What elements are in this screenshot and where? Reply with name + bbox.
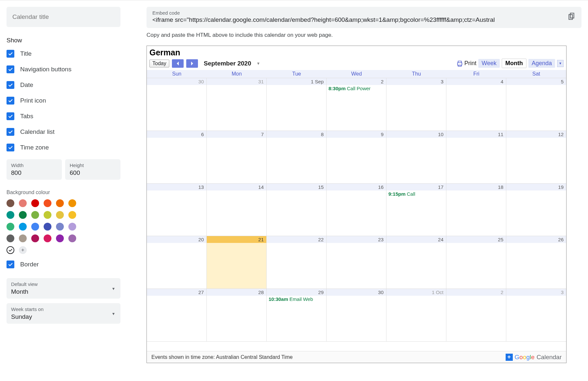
swatch-colour[interactable] xyxy=(56,211,64,219)
swatch-colour[interactable] xyxy=(7,223,14,231)
prev-button[interactable] xyxy=(172,59,184,68)
swatch-colour[interactable] xyxy=(31,199,39,207)
show-label-5: Calendar list xyxy=(20,128,55,135)
calendar-cell[interactable]: 27 xyxy=(147,289,207,342)
calendar-cell[interactable]: 20 xyxy=(147,236,207,289)
tab-month[interactable]: Month xyxy=(502,59,526,68)
swatch-colour[interactable] xyxy=(68,223,76,231)
swatch-colour[interactable] xyxy=(68,199,76,207)
calendar-cell[interactable]: 6 xyxy=(147,131,207,184)
calendar-title-input[interactable] xyxy=(7,7,120,27)
calendar-cell[interactable]: 179:15pmCall xyxy=(386,184,446,236)
next-button[interactable] xyxy=(186,59,198,68)
calendar-cell[interactable]: 5 xyxy=(506,78,566,131)
calendar-event[interactable]: 8:30pmCall Power xyxy=(327,85,386,92)
calendar-cell[interactable]: 30 xyxy=(327,289,386,342)
show-checkbox-0[interactable] xyxy=(7,50,14,58)
calendar-cell[interactable]: 14 xyxy=(207,184,267,236)
swatch-colour[interactable] xyxy=(56,234,64,242)
show-checkbox-1[interactable] xyxy=(7,65,14,73)
swatch-colour[interactable] xyxy=(19,211,27,219)
swatch-colour[interactable] xyxy=(19,234,27,242)
show-checkbox-6[interactable] xyxy=(7,144,14,151)
today-button[interactable]: Today xyxy=(149,60,169,67)
calendar-cell[interactable]: 15 xyxy=(267,184,327,236)
calendar-cell[interactable]: 21 xyxy=(207,236,267,289)
swatch-add-custom[interactable]: + xyxy=(19,246,27,254)
calendar-title: German xyxy=(149,48,564,57)
width-field[interactable]: Width 800 xyxy=(7,159,62,180)
calendar-cell[interactable]: 4 xyxy=(446,78,506,131)
swatch-colour[interactable] xyxy=(19,199,27,207)
calendar-cell[interactable]: 23 xyxy=(327,236,386,289)
month-label[interactable]: September 2020 xyxy=(204,60,251,67)
tab-week[interactable]: Week xyxy=(478,59,500,68)
swatch-colour[interactable] xyxy=(56,223,64,231)
calendar-cell[interactable]: 7 xyxy=(207,131,267,184)
show-checkbox-2[interactable] xyxy=(7,81,14,89)
copy-icon[interactable] xyxy=(567,12,576,22)
calendar-cell[interactable]: 12 xyxy=(506,131,566,184)
calendar-cell[interactable]: 11 xyxy=(446,131,506,184)
calendar-cell[interactable]: 30 xyxy=(147,78,207,131)
bg-colour-label: Background colour xyxy=(7,190,120,195)
show-checkbox-4[interactable] xyxy=(7,112,14,120)
swatch-colour[interactable] xyxy=(7,234,14,242)
calendar-cell[interactable]: 24 xyxy=(386,236,446,289)
calendar-cell[interactable]: 19 xyxy=(506,184,566,236)
print-button[interactable]: Print xyxy=(456,60,476,67)
swatch-colour[interactable] xyxy=(44,234,51,242)
calendar-cell[interactable]: 2910:30amEmail Web xyxy=(267,289,327,342)
swatch-colour[interactable] xyxy=(7,211,14,219)
embed-code-field[interactable]: <iframe src="https://calendar.google.com… xyxy=(152,16,562,23)
date-number: 1 Oct xyxy=(386,289,446,296)
swatch-colour[interactable] xyxy=(31,211,39,219)
day-header: Thu xyxy=(386,70,446,78)
show-heading: Show xyxy=(7,37,120,44)
calendar-event[interactable]: 10:30amEmail Web xyxy=(267,296,326,303)
swatch-colour[interactable] xyxy=(31,234,39,242)
calendar-event[interactable]: 9:15pmCall xyxy=(386,190,446,197)
calendar-cell[interactable]: 13 xyxy=(147,184,207,236)
swatch-colour[interactable] xyxy=(44,223,51,231)
swatch-colour[interactable] xyxy=(44,211,51,219)
calendar-cell[interactable]: 28 xyxy=(207,289,267,342)
calendar-cell[interactable]: 25 xyxy=(446,236,506,289)
swatch-colour[interactable] xyxy=(19,223,27,231)
calendar-cell[interactable]: 16 xyxy=(327,184,386,236)
view-dropdown-icon[interactable]: ▼ xyxy=(557,60,564,67)
border-checkbox[interactable] xyxy=(7,261,14,268)
swatch-colour[interactable] xyxy=(68,234,76,242)
calendar-cell[interactable]: 18 xyxy=(446,184,506,236)
date-number: 10 xyxy=(386,131,446,138)
date-number: 9 xyxy=(327,131,386,138)
calendar-cell[interactable]: 10 xyxy=(386,131,446,184)
calendar-cell[interactable]: 28:30pmCall Power xyxy=(327,78,386,131)
swatch-white-selected[interactable] xyxy=(7,246,14,254)
date-number: 3 xyxy=(386,78,446,85)
swatch-colour[interactable] xyxy=(7,199,14,207)
calendar-cell[interactable]: 26 xyxy=(506,236,566,289)
show-checkbox-5[interactable] xyxy=(7,128,14,136)
google-calendar-link[interactable]: + Google Calendar xyxy=(506,354,562,361)
show-label-2: Date xyxy=(20,81,33,89)
swatch-colour[interactable] xyxy=(56,199,64,207)
calendar-cell[interactable]: 9 xyxy=(327,131,386,184)
tab-agenda[interactable]: Agenda xyxy=(528,59,555,68)
swatch-colour[interactable] xyxy=(31,223,39,231)
default-view-select[interactable]: Default view Month xyxy=(7,278,120,299)
calendar-cell[interactable]: 3 xyxy=(386,78,446,131)
calendar-cell[interactable]: 8 xyxy=(267,131,327,184)
month-dropdown-icon[interactable]: ▼ xyxy=(256,61,260,66)
height-field[interactable]: Height 600 xyxy=(65,159,120,180)
calendar-cell[interactable]: 22 xyxy=(267,236,327,289)
swatch-colour[interactable] xyxy=(68,211,76,219)
swatch-colour[interactable] xyxy=(44,199,51,207)
calendar-cell[interactable]: 2 xyxy=(446,289,506,342)
calendar-cell[interactable]: 3 xyxy=(506,289,566,342)
show-checkbox-3[interactable] xyxy=(7,97,14,105)
week-start-select[interactable]: Week starts on Sunday xyxy=(7,303,120,324)
calendar-cell[interactable]: 31 xyxy=(207,78,267,131)
calendar-cell[interactable]: 1 Oct xyxy=(386,289,446,342)
calendar-cell[interactable]: 1 Sep xyxy=(267,78,327,131)
